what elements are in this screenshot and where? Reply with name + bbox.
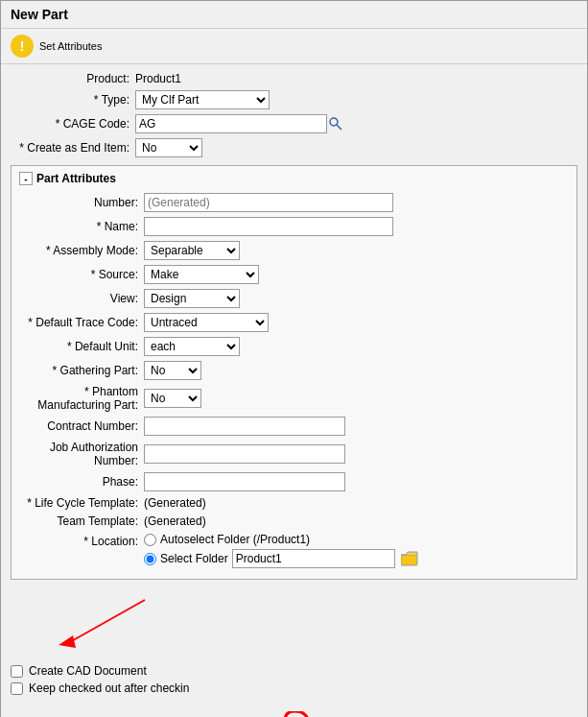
- section-header: - Part Attributes: [19, 172, 569, 185]
- cage-code-input[interactable]: [135, 114, 327, 133]
- set-attributes-icon[interactable]: !: [11, 35, 34, 58]
- assembly-mode-row: * Assembly Mode: Separable Inseparable: [19, 241, 569, 260]
- number-row: Number:: [19, 193, 569, 212]
- contract-number-row: Contract Number:: [19, 417, 569, 436]
- team-template-row: Team Template: (Generated): [19, 514, 569, 528]
- create-end-item-select[interactable]: No Yes: [135, 138, 202, 157]
- view-label: View:: [19, 292, 144, 305]
- number-input[interactable]: [144, 193, 393, 212]
- svg-point-0: [330, 118, 338, 126]
- form-area: Product: Product1 * Type: My Clf Part * …: [1, 64, 587, 595]
- create-end-item-row: * Create as End Item: No Yes: [11, 138, 577, 157]
- question-annotation: [1, 706, 587, 717]
- default-unit-row: * Default Unit: each: [19, 337, 569, 356]
- view-select[interactable]: Design: [144, 289, 240, 308]
- create-end-item-label: * Create as End Item:: [11, 141, 135, 155]
- select-folder-label: Select Folder: [160, 552, 228, 565]
- phantom-mfg-row: * Phantom Manufacturing Part: No Yes: [19, 385, 569, 412]
- cage-code-row: * CAGE Code:: [11, 114, 577, 133]
- svg-marker-4: [59, 635, 76, 648]
- assembly-mode-select[interactable]: Separable Inseparable: [144, 241, 240, 260]
- keep-checked-checkbox[interactable]: [11, 682, 23, 695]
- arrow-svg: [11, 595, 202, 653]
- set-attributes-label: Set Attributes: [39, 40, 102, 52]
- type-label: * Type:: [11, 93, 135, 107]
- autoselect-label: Autoselect Folder (/Product1): [160, 533, 310, 546]
- location-label: * Location:: [19, 535, 144, 548]
- view-row: View: Design: [19, 289, 569, 308]
- create-cad-row: Create CAD Document: [11, 664, 577, 678]
- svg-rect-2: [401, 555, 417, 565]
- gathering-part-row: * Gathering Part: No Yes: [19, 361, 569, 380]
- autoselect-radio-row: Autoselect Folder (/Product1): [144, 533, 418, 546]
- create-cad-checkbox[interactable]: [11, 665, 23, 678]
- phantom-mfg-label: * Phantom Manufacturing Part:: [19, 385, 144, 412]
- svg-line-1: [337, 125, 341, 130]
- autoselect-radio[interactable]: [144, 534, 156, 546]
- location-radio-group: Autoselect Folder (/Product1) Select Fol…: [144, 533, 418, 568]
- checkboxes-area: Create CAD Document Keep checked out aft…: [1, 657, 587, 706]
- keep-checked-label: Keep checked out after checkin: [29, 681, 189, 695]
- number-label: Number:: [19, 196, 144, 209]
- product-value: Product1: [135, 72, 181, 85]
- main-window: New Part ! Set Attributes Product: Produ…: [0, 0, 588, 717]
- trace-code-label: * Default Trace Code:: [19, 316, 144, 329]
- life-cycle-row: * Life Cycle Template: (Generated): [19, 496, 569, 510]
- default-unit-select[interactable]: each: [144, 337, 240, 356]
- question-svg: [256, 711, 333, 717]
- select-folder-radio[interactable]: [144, 553, 156, 565]
- source-select[interactable]: Make Buy Make or Buy: [144, 265, 259, 284]
- phase-row: Phase:: [19, 472, 569, 491]
- job-auth-label: Job Authorization Number:: [19, 441, 144, 467]
- trace-code-row: * Default Trace Code: Untraced Lot Seria…: [19, 313, 569, 332]
- contract-number-label: Contract Number:: [19, 419, 144, 433]
- cage-code-label: * CAGE Code:: [11, 117, 135, 131]
- create-cad-label: Create CAD Document: [29, 664, 147, 678]
- assembly-mode-label: * Assembly Mode:: [19, 244, 144, 257]
- contract-number-input[interactable]: [144, 417, 345, 436]
- type-row: * Type: My Clf Part: [11, 90, 577, 109]
- folder-browse-icon[interactable]: [401, 551, 418, 566]
- default-unit-label: * Default Unit:: [19, 340, 144, 353]
- type-select[interactable]: My Clf Part: [135, 90, 270, 109]
- product-label: Product:: [11, 72, 135, 85]
- life-cycle-label: * Life Cycle Template:: [19, 496, 144, 510]
- part-attributes-section: - Part Attributes Number: * Name: * Asse…: [11, 165, 577, 580]
- svg-line-3: [68, 600, 145, 643]
- gathering-part-label: * Gathering Part:: [19, 364, 144, 377]
- name-label: * Name:: [19, 220, 144, 233]
- phase-input[interactable]: [144, 472, 345, 491]
- keep-checked-row: Keep checked out after checkin: [11, 681, 577, 695]
- job-auth-row: Job Authorization Number:: [19, 441, 569, 467]
- toolbar: ! Set Attributes: [1, 29, 587, 64]
- collapse-button[interactable]: -: [19, 172, 33, 185]
- gathering-part-select[interactable]: No Yes: [144, 361, 201, 380]
- trace-code-select[interactable]: Untraced Lot Serial: [144, 313, 269, 332]
- source-label: * Source:: [19, 268, 144, 281]
- cage-search-icon[interactable]: [327, 115, 344, 132]
- title-bar: New Part: [1, 1, 587, 29]
- name-input[interactable]: [144, 217, 393, 236]
- phantom-mfg-select[interactable]: No Yes: [144, 389, 201, 408]
- team-template-value: (Generated): [144, 514, 206, 528]
- source-row: * Source: Make Buy Make or Buy: [19, 265, 569, 284]
- section-title: Part Attributes: [36, 172, 116, 185]
- product-row: Product: Product1: [11, 72, 577, 85]
- phase-label: Phase:: [19, 475, 144, 489]
- location-row: * Location: Autoselect Folder (/Product1…: [19, 533, 569, 568]
- select-folder-radio-row: Select Folder: [144, 549, 418, 568]
- team-template-label: Team Template:: [19, 514, 144, 528]
- select-folder-input[interactable]: [232, 549, 395, 568]
- arrow-annotation: [11, 595, 588, 653]
- job-auth-input[interactable]: [144, 444, 345, 464]
- name-row: * Name:: [19, 217, 569, 236]
- life-cycle-value: (Generated): [144, 496, 206, 510]
- window-title: New Part: [11, 7, 68, 22]
